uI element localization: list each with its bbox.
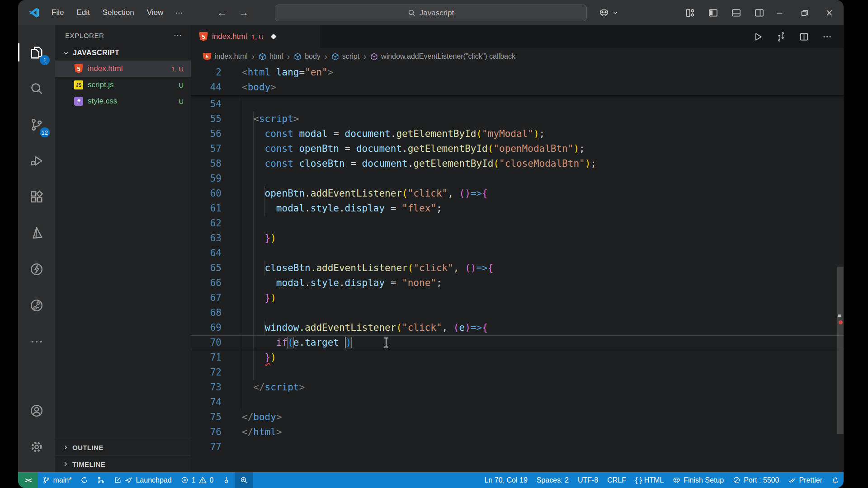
badge: 1 (40, 55, 50, 65)
run-icon[interactable] (753, 32, 763, 42)
sidebar-title: EXPLORER (65, 32, 104, 39)
menu-file[interactable]: File (46, 6, 69, 19)
copilot-icon (599, 8, 609, 18)
menu-edit[interactable]: Edit (71, 6, 95, 19)
editor-scrollbar[interactable] (837, 65, 844, 472)
send-icon (125, 476, 132, 484)
activity-extensions[interactable] (18, 179, 55, 215)
activity-account[interactable] (18, 393, 55, 429)
layout-panel-icon[interactable] (731, 8, 741, 18)
status-indentation[interactable]: Spaces: 2 (532, 472, 573, 488)
history-navigation: ← → (217, 7, 249, 19)
status-encoding[interactable]: UTF-8 (573, 472, 603, 488)
search-icon (30, 82, 43, 95)
file-style-css[interactable]: #style.cssU (55, 93, 191, 109)
activity-settings[interactable] (18, 429, 55, 465)
activity-search[interactable] (18, 70, 55, 107)
status-copilot-setup[interactable]: Finish Setup (668, 472, 728, 488)
layout-sidebar-left-icon[interactable] (708, 8, 718, 18)
status-problems[interactable]: 10 (176, 472, 218, 488)
status-sync[interactable] (76, 472, 93, 488)
status-launchpad[interactable]: Launchpad (109, 472, 176, 488)
code-line-68: 68 (191, 305, 844, 320)
command-center-search[interactable]: Javascript (275, 5, 587, 21)
file-script-js[interactable]: JSscript.jsU (55, 77, 191, 93)
activity-source-control[interactable]: 12 (18, 107, 55, 143)
chevron-down-icon (612, 9, 618, 16)
back-arrow-icon[interactable]: ← (217, 7, 227, 19)
explorer-more-actions[interactable]: ⋯ (174, 30, 183, 40)
code-line-56: 56 const modal = document.getElementById… (191, 127, 844, 141)
breadcrumb-item[interactable]: window.addEventListener("click") callbac… (370, 52, 515, 61)
forward-arrow-icon[interactable]: → (239, 7, 249, 19)
split-editor-icon[interactable] (799, 32, 809, 42)
activity-run-debug[interactable] (18, 143, 55, 179)
menu-selection[interactable]: Selection (97, 6, 140, 19)
error-icon (181, 476, 189, 484)
menu-view[interactable]: View (142, 6, 169, 19)
status-remote[interactable]: >< (18, 472, 38, 488)
css-file-icon: # (74, 97, 83, 106)
bell-icon (831, 476, 839, 484)
html-file-icon: 5 (203, 53, 212, 61)
code-line-63: 63 }) (191, 231, 844, 246)
code-lines: 5455 <script>56 const modal = document.g… (191, 97, 844, 455)
copilot-menu[interactable] (599, 8, 618, 18)
code-line-61: 61 modal.style.display = "flex"; (191, 201, 844, 216)
code-line-64: 64 (191, 246, 844, 261)
chevron-right-icon (62, 444, 69, 450)
activity-live-share[interactable] (18, 287, 55, 324)
activity-thunder-client[interactable] (18, 251, 55, 287)
code-line-60: 60 openBtn.addEventListener("click", ()=… (191, 186, 844, 201)
status-bar: ><main*Launchpad10Ln 70, Col 19Spaces: 2… (18, 472, 844, 488)
breadcrumb-separator: › (287, 52, 290, 61)
layout-sidebar-right-icon[interactable] (755, 8, 764, 18)
breadcrumb-item[interactable]: script (331, 52, 359, 61)
restore-icon[interactable] (800, 9, 809, 17)
status-cursor-position[interactable]: Ln 70, Col 19 (480, 472, 532, 488)
status-branch[interactable]: main* (38, 472, 76, 488)
sticky-scroll: 2<html lang="en">44<body> (191, 65, 844, 96)
code-editor[interactable]: 2<html lang="en">44<body> 5455 <script>5… (191, 65, 844, 472)
symbol-cube-icon (259, 53, 266, 61)
compare-icon[interactable] (776, 32, 786, 42)
branch-icon (42, 476, 50, 484)
menu-overflow[interactable]: ⋯ (170, 6, 188, 20)
code-line-58: 58 const closeBtn = document.getElementB… (191, 156, 844, 171)
code-line-71: 71 }) (191, 350, 844, 365)
status-eol[interactable]: CRLF (603, 472, 631, 488)
status-prettier[interactable]: Prettier (783, 472, 827, 488)
status-language-mode[interactable]: { } HTML (631, 472, 668, 488)
symbol-cube-icon (370, 53, 378, 61)
rod-icon (222, 476, 230, 484)
code-line-67: 67 }) (191, 291, 844, 305)
status-notifications[interactable] (827, 472, 844, 488)
close-icon[interactable] (825, 9, 834, 17)
search-icon (408, 9, 415, 17)
status-git-graph[interactable] (93, 472, 109, 488)
tab-index-html[interactable]: 5 index.html 1, U (191, 25, 320, 48)
prism-icon (30, 226, 43, 240)
sync-icon (80, 476, 88, 484)
scrollbar-thumb[interactable] (837, 267, 844, 434)
file-index-html[interactable]: 5index.html1, U (55, 61, 191, 77)
breadcrumb-item[interactable]: html (259, 52, 283, 61)
section-outline[interactable]: OUTLINE (55, 439, 191, 455)
activity-more-views[interactable] (18, 324, 55, 360)
status-live-reload[interactable] (218, 472, 235, 488)
status-zoom[interactable] (235, 472, 253, 488)
customize-layout-icon[interactable] (685, 8, 695, 18)
activity-explorer[interactable]: 1 (18, 34, 55, 70)
search-text: Javascript (420, 9, 454, 18)
folder-javascript[interactable]: JAVASCRIPT (55, 45, 191, 61)
more-icon[interactable] (822, 32, 832, 42)
layout-controls (685, 8, 764, 18)
section-timeline[interactable]: TIMELINE (55, 455, 191, 472)
minimize-icon[interactable] (775, 9, 784, 17)
unsaved-dot-icon[interactable] (271, 34, 276, 39)
breadcrumb-item[interactable]: body (294, 52, 321, 61)
activity-prism-extension[interactable] (18, 215, 55, 251)
status-live-server-port[interactable]: Port : 5500 (728, 472, 783, 488)
window-controls (775, 9, 834, 17)
breadcrumb-item[interactable]: 5index.html (203, 52, 248, 61)
